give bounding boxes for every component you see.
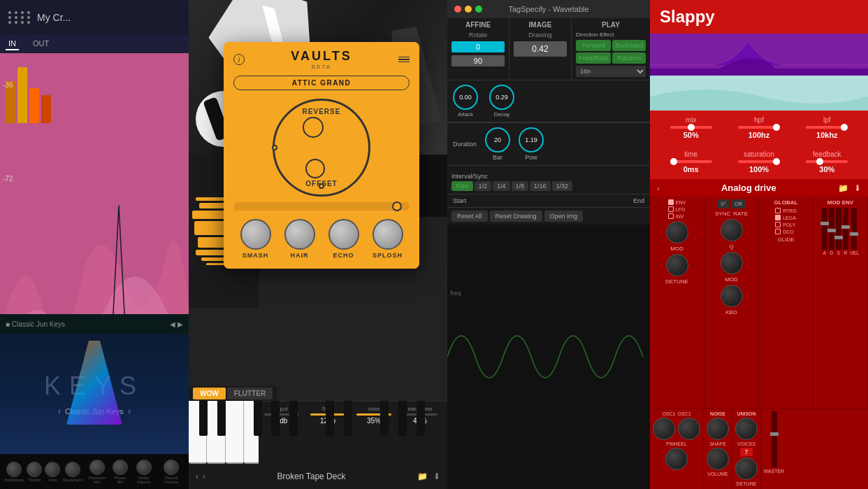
int-1-32[interactable]: 1/32 bbox=[552, 181, 573, 191]
rotate-val1[interactable]: 0 bbox=[451, 41, 505, 52]
decay-knob[interactable]: 0.29 bbox=[489, 85, 514, 110]
saturation-thumb[interactable] bbox=[773, 158, 780, 165]
time-slider[interactable] bbox=[670, 160, 712, 163]
lfo-cb[interactable] bbox=[668, 206, 674, 212]
hair-knob[interactable] bbox=[284, 219, 315, 250]
key-black-8[interactable] bbox=[380, 401, 389, 436]
key-black-4[interactable] bbox=[271, 401, 280, 436]
time-thumb[interactable] bbox=[670, 158, 677, 165]
phase-knob[interactable] bbox=[113, 460, 128, 475]
lpf-slider[interactable] bbox=[806, 126, 848, 129]
menu-icon[interactable] bbox=[398, 57, 410, 63]
fader-a-track[interactable] bbox=[822, 208, 827, 250]
vaults-preset[interactable]: ATTIC GRAND bbox=[233, 76, 410, 90]
master-thumb[interactable] bbox=[770, 432, 779, 436]
fader-r-track[interactable] bbox=[843, 208, 848, 250]
close-dot[interactable] bbox=[454, 6, 461, 13]
key-black-5[interactable] bbox=[289, 401, 298, 436]
fader-s-thumb[interactable] bbox=[834, 236, 843, 239]
tab-out[interactable]: OUT bbox=[30, 38, 52, 50]
master-fader[interactable] bbox=[772, 411, 777, 467]
key-black-7[interactable] bbox=[344, 401, 352, 436]
noise-shape-knob[interactable] bbox=[707, 418, 729, 440]
osc2-knob[interactable] bbox=[678, 418, 700, 440]
int-1-4[interactable]: 1/4 bbox=[493, 181, 510, 191]
int-1-8[interactable]: 1/8 bbox=[512, 181, 529, 191]
analog-expand-icon[interactable]: › bbox=[657, 184, 660, 192]
feedback-slider[interactable] bbox=[806, 160, 848, 163]
forward-btn[interactable]: Forward bbox=[576, 40, 612, 51]
vaults-slider[interactable] bbox=[233, 202, 410, 211]
timbre-knob[interactable] bbox=[27, 462, 42, 477]
mix-slider[interactable] bbox=[670, 126, 712, 129]
dco-cb[interactable] bbox=[775, 229, 781, 234]
reverb-knob[interactable] bbox=[164, 460, 179, 475]
pow-knob[interactable]: 1.19 bbox=[519, 127, 544, 153]
kbd-knob[interactable] bbox=[721, 285, 743, 307]
random-btn[interactable]: Random bbox=[612, 52, 646, 64]
detune-knob[interactable] bbox=[666, 254, 688, 276]
saturation-slider[interactable] bbox=[738, 160, 780, 163]
tapedeck-prev[interactable]: ‹ bbox=[196, 472, 198, 481]
reset-all-btn[interactable]: Reset All bbox=[451, 211, 488, 222]
off-btn[interactable]: Off bbox=[732, 199, 745, 208]
mod-knob[interactable] bbox=[666, 221, 688, 243]
backward-btn[interactable]: Backward bbox=[612, 40, 646, 51]
mix-thumb[interactable] bbox=[688, 124, 695, 131]
echo-knob[interactable] bbox=[328, 219, 359, 250]
minimize-dot[interactable] bbox=[465, 6, 472, 13]
inner-knob-2[interactable] bbox=[305, 159, 325, 178]
vaults-big-knob[interactable]: REVERSE OFFSET bbox=[273, 99, 370, 197]
brightness-knob[interactable] bbox=[6, 462, 22, 477]
voices-knob[interactable] bbox=[735, 418, 758, 440]
wow-button[interactable]: WOW bbox=[193, 388, 226, 399]
open-img-btn[interactable]: Open Img bbox=[544, 211, 584, 222]
q-knob[interactable] bbox=[721, 219, 743, 241]
splosh-knob[interactable] bbox=[372, 219, 403, 250]
image-title[interactable]: IMAGE bbox=[514, 21, 567, 29]
fader-d-thumb[interactable] bbox=[827, 229, 836, 232]
hpf-slider[interactable] bbox=[738, 126, 780, 129]
flutter-button[interactable]: FLUTTER bbox=[227, 388, 273, 399]
key-black-3[interactable] bbox=[254, 401, 262, 436]
detune2-knob[interactable] bbox=[735, 458, 758, 480]
distortion-knob[interactable] bbox=[89, 460, 105, 475]
attack-knob[interactable]: 0.00 bbox=[453, 85, 478, 110]
osc1-knob[interactable] bbox=[653, 418, 675, 440]
pwheel-knob[interactable] bbox=[665, 448, 688, 470]
inner-knob-1[interactable] bbox=[303, 117, 324, 138]
rtrg-cb[interactable] bbox=[775, 208, 781, 213]
key-black-9[interactable] bbox=[398, 401, 407, 436]
tapedeck-next[interactable]: › bbox=[203, 472, 205, 481]
feedback-thumb[interactable] bbox=[816, 158, 823, 165]
key-black-2[interactable] bbox=[217, 401, 226, 436]
reset-drawing-btn[interactable]: Reset Drawing bbox=[490, 211, 542, 222]
tab-in[interactable]: IN bbox=[6, 38, 19, 50]
bar-knob[interactable]: 20 bbox=[485, 127, 510, 153]
maximize-dot[interactable] bbox=[475, 6, 482, 13]
fader-r-thumb[interactable] bbox=[841, 225, 850, 229]
fader-vel-thumb[interactable] bbox=[850, 232, 858, 236]
drawing-val[interactable]: 0.42 bbox=[514, 41, 567, 57]
frwdback-btn[interactable]: Frwd/Back bbox=[576, 52, 612, 64]
affine-title[interactable]: AFFINE bbox=[451, 21, 505, 29]
noise-vol-knob[interactable] bbox=[707, 448, 729, 470]
hpf-thumb[interactable] bbox=[773, 124, 780, 131]
tape-download-icon[interactable]: ⬇ bbox=[433, 472, 440, 481]
key-black-6[interactable] bbox=[326, 401, 334, 436]
env-cb[interactable] bbox=[668, 199, 674, 205]
tape-folder-icon[interactable]: 📁 bbox=[417, 472, 428, 481]
movement-knob[interactable] bbox=[65, 462, 80, 477]
int-1-16[interactable]: 1/16 bbox=[530, 181, 551, 191]
inv-cb[interactable] bbox=[668, 213, 674, 219]
analog-folder-icon[interactable]: 📁 bbox=[838, 183, 848, 193]
keys-next-arrow[interactable]: › bbox=[128, 406, 131, 416]
analog-download-icon[interactable]: ⬇ bbox=[854, 183, 861, 193]
fader-a-thumb[interactable] bbox=[820, 222, 829, 225]
key-white-3[interactable] bbox=[226, 401, 244, 464]
mod-knob2[interactable] bbox=[721, 252, 743, 274]
keys-prev-arrow[interactable]: ‹ bbox=[58, 406, 61, 416]
int-free[interactable]: Free bbox=[451, 181, 473, 191]
rotate-val2[interactable]: 90 bbox=[451, 55, 505, 66]
degree-btn[interactable]: 0° bbox=[718, 199, 729, 208]
